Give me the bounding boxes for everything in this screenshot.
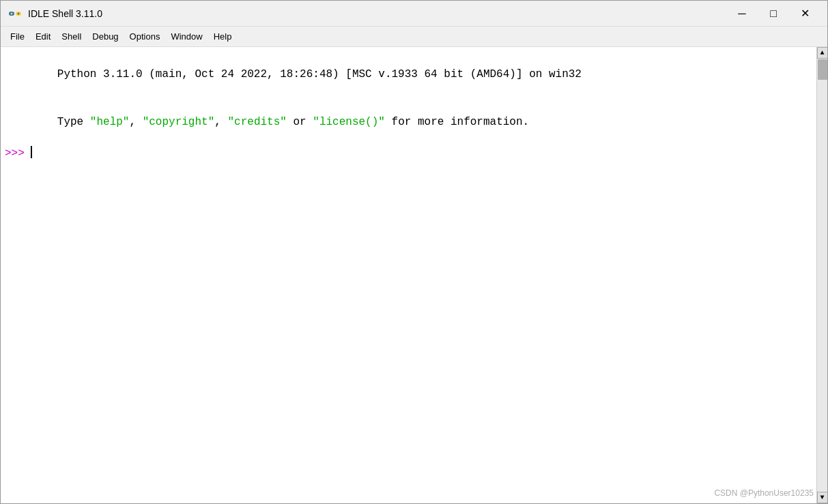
scrollbar-down-button[interactable]: ▼ [817, 492, 828, 503]
shell-content[interactable]: Python 3.11.0 (main, Oct 24 2022, 18:26:… [1, 47, 827, 503]
menu-window[interactable]: Window [165, 29, 208, 44]
scrollbar-track[interactable] [817, 59, 828, 503]
menu-options[interactable]: Options [124, 29, 166, 44]
shell-prompt: >>> [5, 146, 31, 162]
menu-bar: File Edit Shell Debug Options Window Hel… [1, 27, 827, 47]
scrollbar-up-button[interactable]: ▲ [817, 47, 828, 59]
menu-shell[interactable]: Shell [56, 29, 87, 44]
close-button[interactable]: ✕ [789, 3, 820, 24]
or-text: or [287, 116, 313, 128]
type-text: Type [57, 116, 90, 128]
app-icon [8, 6, 23, 21]
menu-file[interactable]: File [5, 29, 30, 44]
window-title: IDLE Shell 3.11.0 [28, 8, 102, 19]
shell-output-line2: Type "help", "copyright", "credits" or "… [5, 99, 823, 147]
prompt-line[interactable]: >>> [5, 146, 823, 162]
license-string: "license()" [313, 116, 385, 128]
scrollbar[interactable]: ▲ ▼ [816, 47, 827, 503]
python-version-text: Python 3.11.0 (main, Oct 24 2022, 18:26:… [57, 68, 582, 80]
menu-edit[interactable]: Edit [30, 29, 56, 44]
idle-window: IDLE Shell 3.11.0 ─ □ ✕ File Edit Shell … [0, 0, 828, 504]
copyright-string: "copyright" [143, 116, 215, 128]
svg-point-2 [11, 12, 13, 14]
comma1: , [129, 116, 142, 128]
cursor [31, 146, 32, 158]
title-bar: IDLE Shell 3.11.0 ─ □ ✕ [1, 1, 827, 27]
shell-output-line1: Python 3.11.0 (main, Oct 24 2022, 18:26:… [5, 51, 823, 99]
comma2: , [214, 116, 227, 128]
title-bar-left: IDLE Shell 3.11.0 [8, 6, 102, 21]
shell-area[interactable]: Python 3.11.0 (main, Oct 24 2022, 18:26:… [1, 47, 827, 503]
maximize-button[interactable]: □ [758, 3, 789, 24]
help-string: "help" [90, 116, 130, 128]
minimize-button[interactable]: ─ [726, 3, 758, 24]
scrollbar-thumb[interactable] [818, 59, 827, 80]
svg-point-3 [18, 12, 20, 14]
title-bar-controls: ─ □ ✕ [726, 3, 820, 24]
menu-help[interactable]: Help [208, 29, 238, 44]
credits-string: "credits" [227, 116, 286, 128]
for-more-text: for more information. [385, 116, 529, 128]
watermark: CSDN @PythonUser10235 [714, 488, 814, 498]
menu-debug[interactable]: Debug [87, 29, 124, 44]
